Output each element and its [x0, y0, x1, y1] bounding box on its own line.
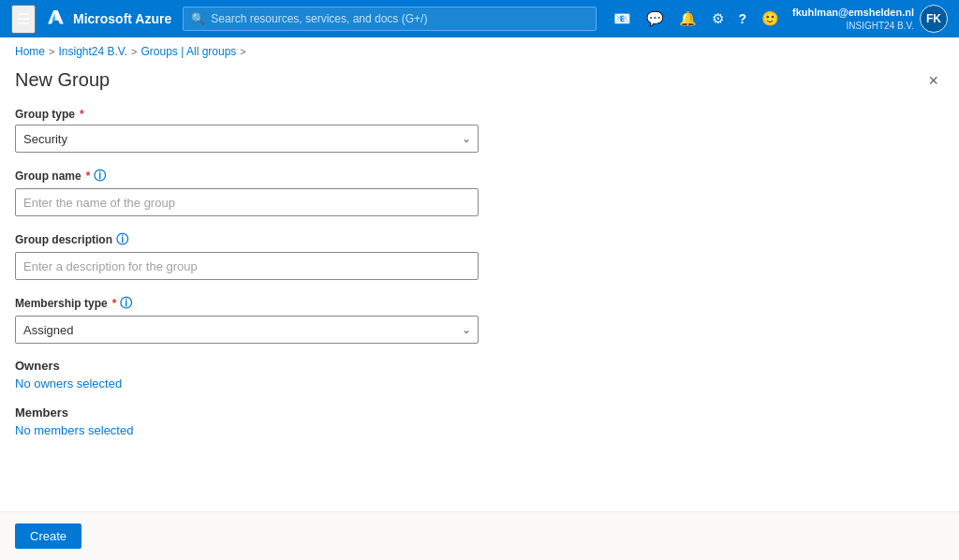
membership-type-section: Membership type * ⓘ Assigned Dynamic Use… [15, 295, 944, 344]
group-name-label: Group name * ⓘ [15, 168, 944, 184]
membership-type-select[interactable]: Assigned Dynamic User Dynamic Device [15, 316, 479, 344]
breadcrumb-sep-2: > [131, 46, 137, 57]
page-content: New Group × Group type * Security Micros… [0, 62, 959, 511]
page-title: New Group [15, 69, 110, 91]
search-input[interactable] [211, 12, 587, 25]
page-header: New Group × [15, 62, 944, 108]
create-button[interactable]: Create [15, 523, 81, 549]
owners-link[interactable]: No owners selected [15, 376, 122, 391]
user-info: fkuhlman@emshelden.nl INSIGHT24 B.V. [792, 6, 914, 31]
main-container: Home > Insight24 B.V. > Groups | All gro… [0, 37, 959, 560]
group-type-select-wrapper: Security Microsoft 365 ⌄ [15, 125, 479, 153]
user-menu[interactable]: fkuhlman@emshelden.nl INSIGHT24 B.V. FK [792, 5, 948, 33]
brand-name: Microsoft Azure [73, 11, 171, 26]
group-description-info-icon[interactable]: ⓘ [116, 231, 128, 248]
topnav-icons: 📧 💬 🔔 ⚙ ? 🙂 fkuhlman@emshelden.nl INSIGH… [608, 5, 948, 33]
owners-section: Owners No owners selected [15, 359, 944, 391]
members-section: Members No members selected [15, 405, 944, 437]
membership-type-select-wrapper: Assigned Dynamic User Dynamic Device ⌄ [15, 316, 479, 344]
user-tenant: INSIGHT24 B.V. [792, 20, 914, 32]
close-button[interactable]: × [922, 69, 944, 93]
required-star-2: * [86, 169, 91, 183]
owners-label: Owners [15, 359, 944, 373]
membership-type-info-icon[interactable]: ⓘ [120, 295, 132, 312]
search-icon: 🔍 [191, 12, 205, 25]
membership-type-label: Membership type * ⓘ [15, 295, 944, 312]
breadcrumb-sep-1: > [49, 46, 54, 57]
group-type-section: Group type * Security Microsoft 365 ⌄ [15, 108, 944, 153]
group-type-label: Group type * [15, 108, 944, 121]
group-description-section: Group description ⓘ [15, 231, 944, 280]
search-bar[interactable]: 🔍 [183, 7, 596, 31]
settings-icon-button[interactable]: ⚙ [706, 7, 730, 31]
group-type-select[interactable]: Security Microsoft 365 [15, 125, 479, 153]
notifications-icon-button[interactable]: 🔔 [673, 7, 702, 31]
page-footer: Create [0, 511, 959, 560]
email-icon-button[interactable]: 📧 [608, 7, 637, 31]
group-description-label: Group description ⓘ [15, 231, 944, 248]
feedback-icon-button[interactable]: 💬 [641, 7, 670, 31]
breadcrumb: Home > Insight24 B.V. > Groups | All gro… [0, 37, 959, 62]
required-star-3: * [112, 297, 117, 310]
breadcrumb-insight[interactable]: Insight24 B.V. [58, 45, 127, 58]
breadcrumb-sep-3: > [240, 46, 245, 57]
breadcrumb-groups[interactable]: Groups | All groups [141, 45, 237, 58]
avatar[interactable]: FK [920, 5, 948, 33]
topnav: ☰ Microsoft Azure 🔍 📧 💬 🔔 ⚙ ? 🙂 fkuhlman… [0, 0, 959, 37]
group-name-info-icon[interactable]: ⓘ [94, 168, 106, 184]
members-link[interactable]: No members selected [15, 423, 133, 437]
group-name-input[interactable] [15, 188, 479, 216]
members-label: Members [15, 405, 944, 420]
group-description-input[interactable] [15, 252, 479, 280]
required-star: * [80, 108, 84, 121]
help-icon-button[interactable]: ? [733, 7, 753, 30]
hamburger-button[interactable]: ☰ [11, 5, 36, 34]
group-name-section: Group name * ⓘ [15, 168, 944, 216]
user-email: fkuhlman@emshelden.nl [792, 6, 914, 19]
brand: Microsoft Azure [47, 9, 171, 28]
breadcrumb-home[interactable]: Home [15, 45, 45, 58]
smiley-icon-button[interactable]: 🙂 [756, 7, 785, 31]
azure-logo-icon [47, 9, 66, 28]
